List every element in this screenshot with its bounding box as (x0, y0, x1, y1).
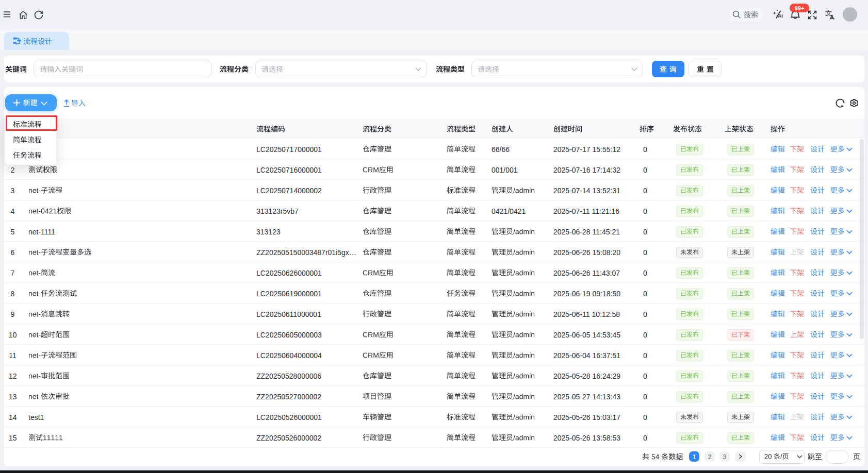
svg-text:Ai: Ai (778, 13, 783, 19)
